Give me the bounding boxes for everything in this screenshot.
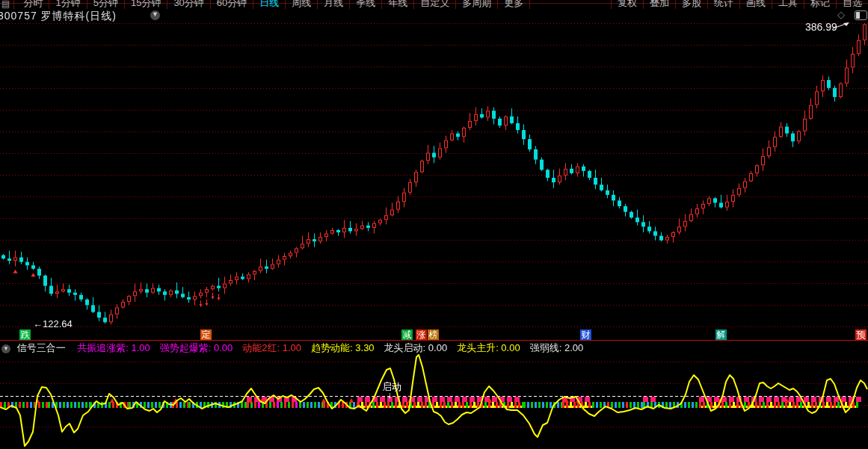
event-badge[interactable]: 定 [200,329,212,341]
indicator-field: 动能2红: 1.00 [242,342,301,353]
event-badge[interactable]: 预 [855,329,867,341]
indicator-fields: 共振追涨紫: 1.00强势起爆紫: 0.00动能2红: 1.00趋势动能: 3.… [77,342,593,353]
chevron-down-icon[interactable]: ▼ [150,10,160,20]
event-badge[interactable]: 解 [715,329,727,341]
indicator-field: 龙头主升: 0.00 [457,342,520,353]
qidong-annotation: 启动 [382,380,401,394]
candlestick-chart-canvas[interactable] [0,0,868,449]
price-label-high: 386.99 [805,21,837,33]
event-badge[interactable]: 财 [580,329,591,341]
indicator-field: 共振追涨紫: 1.00 [77,342,150,353]
indicator-field: 趋势动能: 3.30 [311,342,375,353]
event-badge[interactable]: 榜 [428,329,439,341]
tdx-stock-window: ▤ 分时1分钟5分钟15分钟30分钟60分钟日线周线月线季线年线自定义多周期更多… [0,0,868,449]
indicator-header: ▼ 信号三合一 共振追涨紫: 1.00强势起爆紫: 0.00动能2红: 1.00… [1,341,593,352]
price-label-low: ←122.64 [33,318,73,329]
title-bar: 300757 罗博特科(日线) ▼ ◇ [0,9,868,22]
event-badge[interactable]: 跌 [19,329,31,341]
indicator-field: 龙头启动: 0.00 [384,342,448,353]
event-badge[interactable]: 涨 [416,329,427,341]
stock-title: 300757 罗博特科(日线) [0,10,117,23]
panel-separator [0,340,868,341]
layout-icon[interactable] [855,10,867,20]
menu-icon[interactable]: ▤ [0,0,14,9]
collapse-icon[interactable]: ▼ [1,344,10,353]
event-badge[interactable]: 减 [401,329,413,341]
indicator-field: 强势起爆紫: 0.00 [160,342,233,353]
down-arrow-icon: ↓ [387,390,392,400]
indicator-name[interactable]: 信号三合一 [17,342,66,353]
diamond-icon[interactable]: ◇ [837,9,845,20]
indicator-field: 强弱线: 2.00 [530,342,584,353]
